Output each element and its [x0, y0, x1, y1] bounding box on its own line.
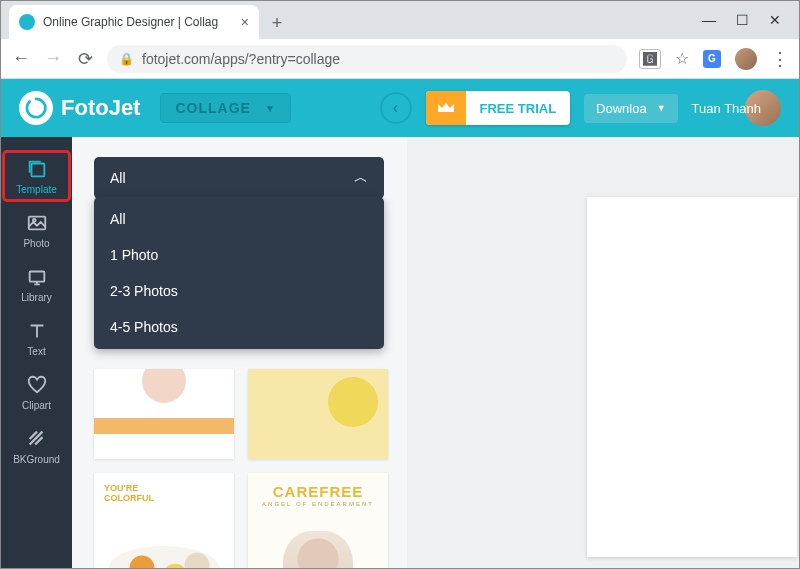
window-controls: — ☐ ✕ — [702, 12, 799, 28]
trial-label: FREE TRIAL — [466, 101, 571, 116]
back-icon[interactable]: ← — [11, 48, 31, 69]
menu-icon[interactable]: ⋮ — [771, 48, 789, 70]
canvas-area[interactable] — [407, 137, 799, 568]
crown-icon — [426, 91, 466, 125]
template-thumbnail[interactable] — [248, 369, 388, 459]
template-text: ANGEL OF ENDEARMENT — [248, 501, 388, 507]
caret-down-icon: ▼ — [657, 103, 666, 113]
extension-icon[interactable]: G — [703, 50, 721, 68]
photo-icon — [26, 212, 48, 234]
sidebar-label: Template — [16, 184, 57, 195]
filter-option-45photos[interactable]: 4-5 Photos — [94, 309, 384, 345]
address-bar[interactable]: 🔒 fotojet.com/apps/?entry=collage — [107, 45, 627, 73]
tab-title: Online Graphic Designer | Collag — [43, 15, 233, 29]
sidebar-item-bkground[interactable]: BKGround — [1, 419, 72, 473]
template-icon — [26, 158, 48, 180]
template-text: CAREFREE — [248, 483, 388, 500]
download-label: Downloa — [596, 101, 647, 116]
tab-close-icon[interactable]: × — [241, 14, 249, 30]
sidebar-item-library[interactable]: Library — [1, 257, 72, 311]
chevron-left-icon: ‹ — [393, 99, 398, 117]
undo-back-button[interactable]: ‹ — [380, 92, 412, 124]
template-thumbnail[interactable] — [94, 369, 234, 459]
left-sidebar: Template Photo Library Text Clipart BKGr… — [1, 137, 72, 568]
filter-option-23photos[interactable]: 2-3 Photos — [94, 273, 384, 309]
translate-icon[interactable]: 🅶 — [639, 49, 661, 69]
bookmark-star-icon[interactable]: ☆ — [675, 49, 689, 68]
brand-text: FotoJet — [61, 95, 140, 121]
logo-icon — [19, 91, 53, 125]
chevron-up-icon: ︿ — [354, 169, 368, 187]
template-thumbnail[interactable]: CAREFREE ANGEL OF ENDEARMENT — [248, 473, 388, 568]
library-icon — [26, 266, 48, 288]
filter-dropdown-menu: All 1 Photo 2-3 Photos 4-5 Photos — [94, 197, 384, 349]
sidebar-item-photo[interactable]: Photo — [1, 203, 72, 257]
background-icon — [26, 428, 48, 450]
text-icon — [26, 320, 48, 342]
free-trial-button[interactable]: FREE TRIAL — [426, 91, 571, 125]
template-thumbnail[interactable]: YOU'RECOLORFUL — [94, 473, 234, 568]
filter-selected: All — [110, 170, 126, 186]
sidebar-item-clipart[interactable]: Clipart — [1, 365, 72, 419]
heart-icon — [26, 374, 48, 396]
reload-icon[interactable]: ⟳ — [75, 48, 95, 70]
mode-dropdown[interactable]: COLLAGE ▼ — [160, 93, 290, 123]
forward-icon: → — [43, 48, 63, 69]
mode-label: COLLAGE — [175, 100, 250, 116]
sidebar-item-template[interactable]: Template — [1, 149, 72, 203]
maximize-icon[interactable]: ☐ — [736, 12, 749, 28]
fotojet-favicon — [19, 14, 35, 30]
canvas-page[interactable] — [587, 197, 797, 557]
sidebar-label: Photo — [23, 238, 49, 249]
lock-icon: 🔒 — [119, 52, 134, 66]
template-panel: All ︿ All 1 Photo 2-3 Photos 4-5 Photos … — [72, 137, 407, 568]
filter-option-all[interactable]: All — [94, 201, 384, 237]
svg-rect-3 — [29, 271, 44, 281]
url-text: fotojet.com/apps/?entry=collage — [142, 51, 340, 67]
sidebar-label: Library — [21, 292, 52, 303]
brand-logo[interactable]: FotoJet — [19, 91, 140, 125]
sidebar-label: Clipart — [22, 400, 51, 411]
caret-down-icon: ▼ — [265, 103, 276, 114]
new-tab-button[interactable]: + — [263, 9, 291, 37]
sidebar-item-text[interactable]: Text — [1, 311, 72, 365]
template-text: YOU'RE — [104, 483, 138, 493]
profile-avatar-icon[interactable] — [735, 48, 757, 70]
download-button[interactable]: Downloa ▼ — [584, 94, 678, 123]
filter-dropdown-button[interactable]: All ︿ — [94, 157, 384, 199]
template-text: COLORFUL — [104, 493, 154, 503]
sidebar-label: BKGround — [13, 454, 60, 465]
sidebar-label: Text — [27, 346, 45, 357]
browser-tab[interactable]: Online Graphic Designer | Collag × — [9, 5, 259, 39]
browser-toolbar: ← → ⟳ 🔒 fotojet.com/apps/?entry=collage … — [1, 39, 799, 79]
minimize-icon[interactable]: — — [702, 12, 716, 28]
filter-option-1photo[interactable]: 1 Photo — [94, 237, 384, 273]
close-window-icon[interactable]: ✕ — [769, 12, 781, 28]
window-titlebar: Online Graphic Designer | Collag × + — ☐… — [1, 1, 799, 39]
svg-point-2 — [32, 218, 35, 221]
svg-rect-0 — [31, 163, 44, 176]
template-grid: YOU'RECOLORFUL CAREFREE ANGEL OF ENDEARM… — [94, 369, 385, 568]
app-header: FotoJet COLLAGE ▼ ‹ FREE TRIAL Downloa ▼… — [1, 79, 799, 137]
user-name[interactable]: Tuan Thanh — [692, 101, 761, 116]
